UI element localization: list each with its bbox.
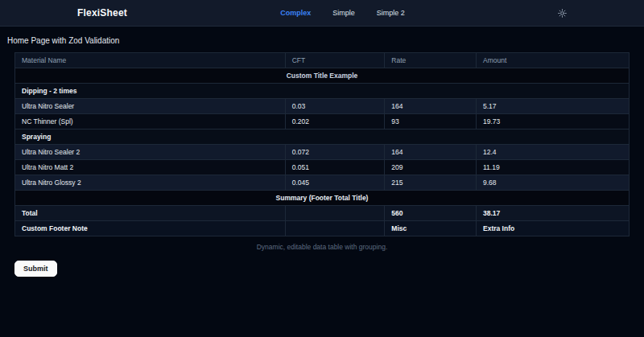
group-label: Dipping - 2 times <box>15 84 630 99</box>
total-rate-cell: 560 <box>385 206 477 221</box>
table-custom-title-row: Custom Title Example <box>15 68 630 84</box>
sun-icon <box>558 8 567 20</box>
rate-cell[interactable]: 209 <box>385 160 477 175</box>
table-row: NC Thinner (Spl) 0.202 93 19.73 <box>15 114 630 129</box>
nav-item-simple[interactable]: Simple <box>332 9 355 17</box>
amount-cell[interactable]: 19.73 <box>476 114 629 129</box>
cft-cell[interactable]: 0.03 <box>285 99 385 114</box>
footer-note-rate-cell: Misc <box>385 221 477 236</box>
rate-cell[interactable]: 164 <box>385 99 477 114</box>
table-row: Ultra Nitro Glossy 2 0.045 215 9.68 <box>15 175 630 191</box>
group-label: Spraying <box>15 129 630 145</box>
amount-cell[interactable]: 12.4 <box>476 145 629 160</box>
footer-note-cft-cell <box>285 221 385 236</box>
footer-summary-title-row: Summary (Footer Total Title) <box>15 191 630 206</box>
material-name-cell[interactable]: Ultra Nitro Glossy 2 <box>15 175 286 191</box>
table-header-row: Material Name CFT Rate Amount <box>15 53 630 68</box>
group-header-row-spraying: Spraying <box>15 129 630 145</box>
column-header-amount: Amount <box>476 53 629 68</box>
column-header-rate: Rate <box>385 53 477 68</box>
cft-cell[interactable]: 0.072 <box>285 145 385 160</box>
total-amount-cell: 38.17 <box>476 206 629 221</box>
custom-title-text: Custom Title Example <box>15 68 630 84</box>
data-table-container: Material Name CFT Rate Amount Custom Tit… <box>14 52 630 236</box>
table-row: Ultra Nitro Sealer 2 0.072 164 12.4 <box>15 145 630 160</box>
cft-cell[interactable]: 0.051 <box>285 160 385 175</box>
cft-cell[interactable]: 0.202 <box>285 114 385 129</box>
footer-note-row: Custom Footer Note Misc Extra Info <box>15 221 630 236</box>
rate-cell[interactable]: 164 <box>385 145 477 160</box>
top-navigation-bar: FlexiSheet Complex Simple Simple 2 <box>0 0 644 27</box>
submit-button[interactable]: Submit <box>14 261 57 277</box>
main-content: Home Page with Zod Validation Material N… <box>0 36 644 277</box>
amount-cell[interactable]: 5.17 <box>476 99 629 114</box>
table-caption: Dynamic, editable data table with groupi… <box>7 243 637 251</box>
material-name-cell[interactable]: Ultra Nitro Matt 2 <box>15 160 286 175</box>
footer-total-row: Total 560 38.17 <box>15 206 630 221</box>
nav-item-complex[interactable]: Complex <box>280 9 311 17</box>
main-nav: Complex Simple Simple 2 <box>280 9 405 17</box>
cft-cell[interactable]: 0.045 <box>285 175 385 191</box>
app-brand: FlexiSheet <box>77 7 127 18</box>
table-row: Ultra Nitro Matt 2 0.051 209 11.19 <box>15 160 630 175</box>
material-name-cell[interactable]: NC Thinner (Spl) <box>15 114 286 129</box>
theme-toggle-button[interactable] <box>558 9 567 18</box>
amount-cell[interactable]: 11.19 <box>476 160 629 175</box>
page-title: Home Page with Zod Validation <box>7 36 637 45</box>
rate-cell[interactable]: 93 <box>385 114 477 129</box>
group-header-row-dipping: Dipping - 2 times <box>15 84 630 99</box>
footer-note-label: Custom Footer Note <box>15 221 286 236</box>
table-row: Ultra Nitro Sealer 0.03 164 5.17 <box>15 99 630 114</box>
summary-title-text: Summary (Footer Total Title) <box>15 191 630 206</box>
footer-note-amount-cell: Extra Info <box>476 221 629 236</box>
material-name-cell[interactable]: Ultra Nitro Sealer <box>15 99 286 114</box>
flexi-data-table: Material Name CFT Rate Amount Custom Tit… <box>14 52 630 236</box>
amount-cell[interactable]: 9.68 <box>476 175 629 191</box>
rate-cell[interactable]: 215 <box>385 175 477 191</box>
total-label: Total <box>15 206 286 221</box>
material-name-cell[interactable]: Ultra Nitro Sealer 2 <box>15 145 286 160</box>
total-cft-cell <box>285 206 385 221</box>
column-header-cft: CFT <box>285 53 385 68</box>
column-header-material-name: Material Name <box>15 53 286 68</box>
nav-item-simple-2[interactable]: Simple 2 <box>377 9 405 17</box>
